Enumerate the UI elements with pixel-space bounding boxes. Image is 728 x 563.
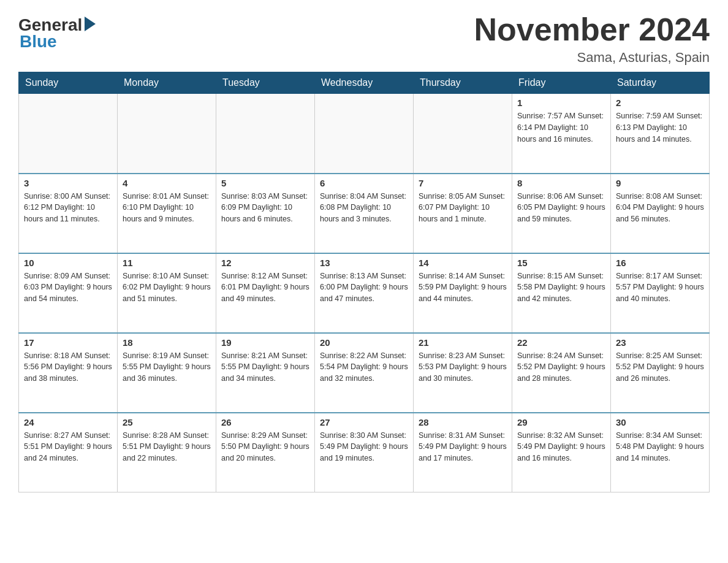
day-info: Sunrise: 8:18 AM Sunset: 5:56 PM Dayligh…: [24, 350, 112, 385]
day-info: Sunrise: 8:05 AM Sunset: 6:07 PM Dayligh…: [419, 191, 507, 225]
calendar-day-cell: 14Sunrise: 8:14 AM Sunset: 5:59 PM Dayli…: [414, 253, 512, 333]
day-number: 3: [24, 178, 112, 188]
day-number: 11: [123, 258, 211, 268]
calendar-day-cell: [118, 94, 216, 174]
logo-blue-text: Blue: [18, 32, 57, 52]
calendar-day-cell: 18Sunrise: 8:19 AM Sunset: 5:55 PM Dayli…: [118, 333, 216, 413]
day-info: Sunrise: 8:12 AM Sunset: 6:01 PM Dayligh…: [221, 270, 309, 305]
day-info: Sunrise: 8:17 AM Sunset: 5:57 PM Dayligh…: [616, 270, 704, 305]
calendar-week-row: 17Sunrise: 8:18 AM Sunset: 5:56 PM Dayli…: [19, 333, 710, 413]
logo-arrow-icon: [85, 17, 96, 31]
day-number: 5: [221, 178, 309, 188]
calendar-day-cell: 27Sunrise: 8:30 AM Sunset: 5:49 PM Dayli…: [315, 413, 414, 492]
weekday-header-friday: Friday: [512, 72, 611, 94]
calendar-header-row: SundayMondayTuesdayWednesdayThursdayFrid…: [19, 72, 710, 94]
day-info: Sunrise: 8:21 AM Sunset: 5:55 PM Dayligh…: [221, 350, 309, 385]
calendar-day-cell: [315, 94, 414, 174]
weekday-header-saturday: Saturday: [611, 72, 710, 94]
day-number: 14: [419, 258, 507, 268]
calendar-week-row: 10Sunrise: 8:09 AM Sunset: 6:03 PM Dayli…: [19, 253, 710, 333]
day-number: 9: [616, 178, 704, 188]
calendar-day-cell: 11Sunrise: 8:10 AM Sunset: 6:02 PM Dayli…: [118, 253, 216, 333]
location-subtitle: Sama, Asturias, Spain: [474, 50, 710, 66]
title-section: November 2024 Sama, Asturias, Spain: [474, 12, 710, 66]
day-info: Sunrise: 8:08 AM Sunset: 6:04 PM Dayligh…: [616, 191, 704, 225]
day-number: 16: [616, 258, 704, 268]
calendar-day-cell: 3Sunrise: 8:00 AM Sunset: 6:12 PM Daylig…: [19, 174, 118, 253]
calendar-day-cell: 21Sunrise: 8:23 AM Sunset: 5:53 PM Dayli…: [414, 333, 512, 413]
day-number: 30: [616, 417, 704, 427]
calendar-day-cell: [414, 94, 512, 174]
day-info: Sunrise: 8:31 AM Sunset: 5:49 PM Dayligh…: [419, 430, 507, 464]
day-number: 19: [221, 337, 309, 348]
day-number: 4: [123, 178, 211, 188]
calendar-day-cell: 16Sunrise: 8:17 AM Sunset: 5:57 PM Dayli…: [611, 253, 710, 333]
calendar-day-cell: 15Sunrise: 8:15 AM Sunset: 5:58 PM Dayli…: [512, 253, 611, 333]
day-number: 27: [320, 417, 408, 427]
day-info: Sunrise: 7:57 AM Sunset: 6:14 PM Dayligh…: [517, 110, 605, 145]
day-info: Sunrise: 8:15 AM Sunset: 5:58 PM Dayligh…: [517, 270, 605, 305]
day-number: 18: [123, 337, 211, 348]
calendar-day-cell: 6Sunrise: 8:04 AM Sunset: 6:08 PM Daylig…: [315, 174, 414, 253]
day-info: Sunrise: 8:34 AM Sunset: 5:48 PM Dayligh…: [616, 430, 704, 464]
day-info: Sunrise: 8:24 AM Sunset: 5:52 PM Dayligh…: [517, 350, 605, 385]
day-number: 13: [320, 258, 408, 268]
day-info: Sunrise: 8:32 AM Sunset: 5:49 PM Dayligh…: [517, 430, 605, 464]
day-number: 6: [320, 178, 408, 188]
logo: General Blue: [18, 12, 96, 52]
weekday-header-sunday: Sunday: [19, 72, 118, 94]
weekday-header-tuesday: Tuesday: [216, 72, 315, 94]
day-info: Sunrise: 8:01 AM Sunset: 6:10 PM Dayligh…: [123, 191, 211, 225]
calendar-day-cell: 28Sunrise: 8:31 AM Sunset: 5:49 PM Dayli…: [414, 413, 512, 492]
weekday-header-wednesday: Wednesday: [315, 72, 414, 94]
calendar-day-cell: 1Sunrise: 7:57 AM Sunset: 6:14 PM Daylig…: [512, 94, 611, 174]
day-number: 24: [24, 417, 112, 427]
calendar-day-cell: 13Sunrise: 8:13 AM Sunset: 6:00 PM Dayli…: [315, 253, 414, 333]
day-number: 20: [320, 337, 408, 348]
day-number: 25: [123, 417, 211, 427]
day-number: 10: [24, 258, 112, 268]
month-title: November 2024: [474, 12, 710, 47]
calendar-week-row: 3Sunrise: 8:00 AM Sunset: 6:12 PM Daylig…: [19, 174, 710, 253]
day-number: 29: [517, 417, 605, 427]
calendar-day-cell: 12Sunrise: 8:12 AM Sunset: 6:01 PM Dayli…: [216, 253, 315, 333]
day-number: 8: [517, 178, 605, 188]
day-number: 17: [24, 337, 112, 348]
day-info: Sunrise: 8:19 AM Sunset: 5:55 PM Dayligh…: [123, 350, 211, 385]
calendar-day-cell: 20Sunrise: 8:22 AM Sunset: 5:54 PM Dayli…: [315, 333, 414, 413]
page-header: General Blue November 2024 Sama, Asturia…: [18, 12, 710, 66]
day-number: 23: [616, 337, 704, 348]
calendar-day-cell: 26Sunrise: 8:29 AM Sunset: 5:50 PM Dayli…: [216, 413, 315, 492]
day-info: Sunrise: 8:23 AM Sunset: 5:53 PM Dayligh…: [419, 350, 507, 385]
day-number: 21: [419, 337, 507, 348]
day-number: 7: [419, 178, 507, 188]
calendar-day-cell: 9Sunrise: 8:08 AM Sunset: 6:04 PM Daylig…: [611, 174, 710, 253]
calendar-day-cell: 23Sunrise: 8:25 AM Sunset: 5:52 PM Dayli…: [611, 333, 710, 413]
calendar-day-cell: 29Sunrise: 8:32 AM Sunset: 5:49 PM Dayli…: [512, 413, 611, 492]
calendar-week-row: 24Sunrise: 8:27 AM Sunset: 5:51 PM Dayli…: [19, 413, 710, 492]
day-info: Sunrise: 8:22 AM Sunset: 5:54 PM Dayligh…: [320, 350, 408, 385]
weekday-header-monday: Monday: [118, 72, 216, 94]
day-info: Sunrise: 8:25 AM Sunset: 5:52 PM Dayligh…: [616, 350, 704, 385]
day-number: 26: [221, 417, 309, 427]
calendar-day-cell: 19Sunrise: 8:21 AM Sunset: 5:55 PM Dayli…: [216, 333, 315, 413]
day-info: Sunrise: 8:03 AM Sunset: 6:09 PM Dayligh…: [221, 191, 309, 225]
day-info: Sunrise: 8:06 AM Sunset: 6:05 PM Dayligh…: [517, 191, 605, 225]
day-number: 28: [419, 417, 507, 427]
day-number: 12: [221, 258, 309, 268]
calendar-day-cell: 4Sunrise: 8:01 AM Sunset: 6:10 PM Daylig…: [118, 174, 216, 253]
calendar-day-cell: 7Sunrise: 8:05 AM Sunset: 6:07 PM Daylig…: [414, 174, 512, 253]
calendar-day-cell: 17Sunrise: 8:18 AM Sunset: 5:56 PM Dayli…: [19, 333, 118, 413]
day-info: Sunrise: 8:27 AM Sunset: 5:51 PM Dayligh…: [24, 430, 112, 464]
day-info: Sunrise: 8:30 AM Sunset: 5:49 PM Dayligh…: [320, 430, 408, 464]
calendar-day-cell: 5Sunrise: 8:03 AM Sunset: 6:09 PM Daylig…: [216, 174, 315, 253]
calendar-day-cell: 25Sunrise: 8:28 AM Sunset: 5:51 PM Dayli…: [118, 413, 216, 492]
day-info: Sunrise: 7:59 AM Sunset: 6:13 PM Dayligh…: [616, 110, 704, 145]
calendar-day-cell: 10Sunrise: 8:09 AM Sunset: 6:03 PM Dayli…: [19, 253, 118, 333]
calendar-day-cell: 24Sunrise: 8:27 AM Sunset: 5:51 PM Dayli…: [19, 413, 118, 492]
calendar-day-cell: 22Sunrise: 8:24 AM Sunset: 5:52 PM Dayli…: [512, 333, 611, 413]
calendar-day-cell: 8Sunrise: 8:06 AM Sunset: 6:05 PM Daylig…: [512, 174, 611, 253]
day-info: Sunrise: 8:10 AM Sunset: 6:02 PM Dayligh…: [123, 270, 211, 305]
day-number: 2: [616, 98, 704, 108]
calendar-day-cell: 2Sunrise: 7:59 AM Sunset: 6:13 PM Daylig…: [611, 94, 710, 174]
